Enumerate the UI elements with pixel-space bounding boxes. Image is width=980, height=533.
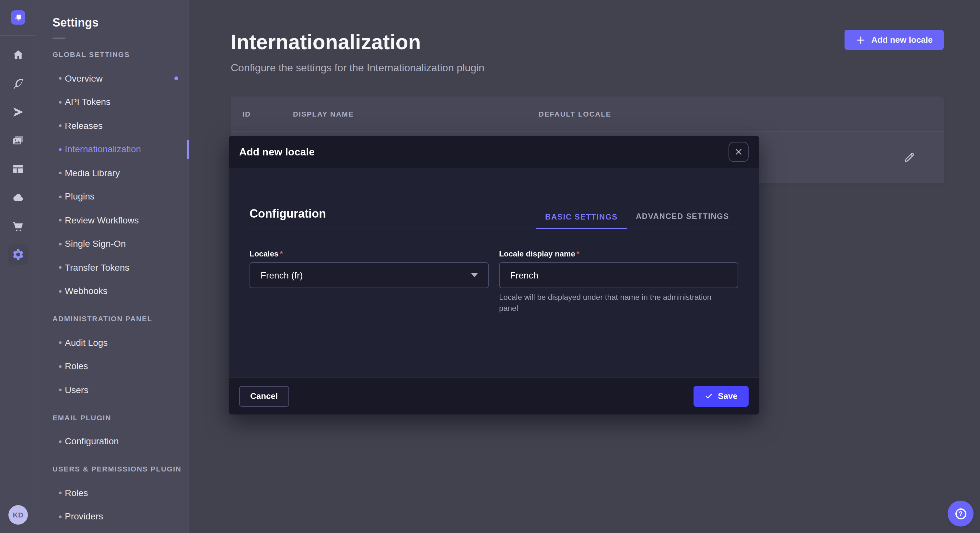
add-locale-modal: Add new locale Configuration BASIC SETTI…	[229, 136, 759, 414]
cancel-button[interactable]: Cancel	[239, 385, 289, 406]
required-mark: *	[576, 249, 579, 259]
display-name-input[interactable]	[499, 262, 738, 288]
save-button[interactable]: Save	[693, 385, 749, 406]
tab[interactable]: BASIC SETTINGS	[536, 212, 627, 229]
locales-label: Locales*	[250, 249, 489, 259]
field-hint: Locale will be displayed under that name…	[499, 292, 732, 314]
modal-title: Add new locale	[239, 146, 315, 158]
locales-select[interactable]: French (fr)	[250, 262, 489, 288]
app-window: KD Settings GLOBAL SETTINGS Overview	[0, 0, 980, 533]
display-name-label: Locale display name*	[499, 249, 738, 259]
chevron-down-icon	[471, 273, 478, 277]
close-icon[interactable]	[729, 142, 749, 162]
config-tabs-row: Configuration BASIC SETTINGSADVANCED SET…	[250, 168, 738, 229]
form-fields: Locales* French (fr) Locale display name…	[250, 249, 738, 314]
modal-header: Add new locale	[229, 136, 759, 168]
modal-body: Configuration BASIC SETTINGSADVANCED SET…	[229, 168, 759, 377]
modal-footer: Cancel Save	[229, 377, 759, 414]
locales-field: Locales* French (fr)	[250, 249, 489, 314]
display-name-field: Locale display name* Locale will be disp…	[499, 249, 738, 314]
tabs: BASIC SETTINGSADVANCED SETTINGS	[536, 212, 738, 228]
required-mark: *	[280, 249, 283, 259]
section-title: Configuration	[250, 207, 326, 221]
check-icon	[704, 392, 713, 400]
tab[interactable]: ADVANCED SETTINGS	[627, 212, 738, 228]
